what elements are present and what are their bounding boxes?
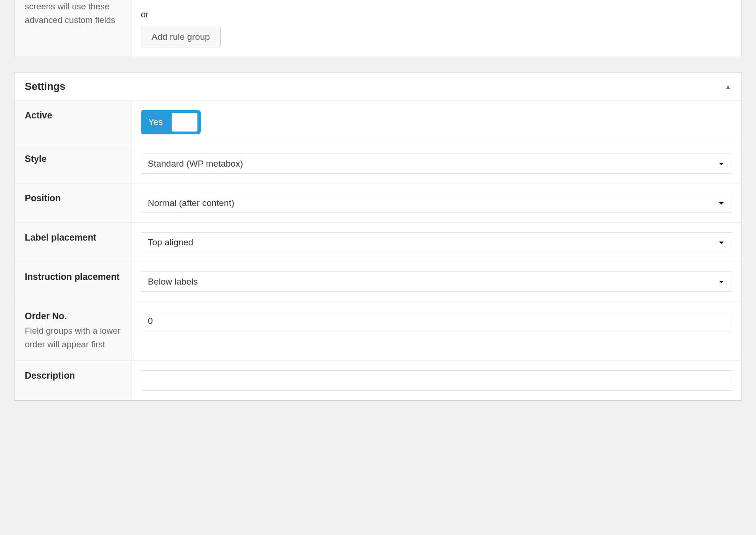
order-no-input[interactable] xyxy=(141,311,732,331)
active-label: Active xyxy=(25,110,122,121)
active-toggle[interactable]: Yes xyxy=(141,110,201,134)
location-panel: screens will use these advanced custom f… xyxy=(14,0,742,57)
settings-row-order-no: Order No. Field groups with a lower orde… xyxy=(15,301,741,361)
description-label-cell: Description xyxy=(15,361,131,400)
instruction-placement-label-cell: Instruction placement xyxy=(15,262,131,301)
active-input-cell: Yes xyxy=(131,101,741,144)
location-input-cell: or Add rule group xyxy=(131,0,741,57)
active-toggle-label: Yes xyxy=(148,117,163,127)
active-label-cell: Active xyxy=(15,101,131,144)
order-no-input-cell xyxy=(131,301,741,360)
style-select[interactable]: Standard (WP metabox) xyxy=(141,154,732,174)
order-no-label-cell: Order No. Field groups with a lower orde… xyxy=(15,301,131,360)
position-label: Position xyxy=(25,193,122,204)
location-label-cell: screens will use these advanced custom f… xyxy=(15,0,131,57)
settings-row-active: Active Yes xyxy=(15,101,741,144)
label-placement-select[interactable]: Top aligned xyxy=(141,232,732,252)
active-toggle-handle xyxy=(172,113,197,132)
settings-row-label-placement: Label placement Top aligned xyxy=(15,223,741,262)
instruction-placement-label: Instruction placement xyxy=(25,271,122,282)
or-separator-text: or xyxy=(141,9,732,20)
order-no-label: Order No. xyxy=(25,311,122,322)
style-input-cell: Standard (WP metabox) xyxy=(131,144,741,183)
settings-row-position: Position Normal (after content) xyxy=(15,183,741,223)
order-no-desc: Field groups with a lower order will app… xyxy=(25,324,122,351)
label-placement-label-cell: Label placement xyxy=(15,223,131,262)
style-label-cell: Style xyxy=(15,144,131,183)
label-placement-label: Label placement xyxy=(25,232,122,243)
position-input-cell: Normal (after content) xyxy=(131,183,741,222)
description-input[interactable] xyxy=(141,370,732,391)
position-select[interactable]: Normal (after content) xyxy=(141,193,732,213)
location-desc-fragment: screens will use these advanced custom f… xyxy=(25,0,122,27)
description-input-cell xyxy=(131,361,741,400)
label-placement-input-cell: Top aligned xyxy=(131,223,741,262)
collapse-toggle-icon[interactable]: ▲ xyxy=(725,83,731,90)
style-label: Style xyxy=(25,154,122,164)
position-label-cell: Position xyxy=(15,183,131,222)
settings-row-instruction-placement: Instruction placement Below labels xyxy=(15,262,741,301)
settings-panel-header: Settings ▲ xyxy=(15,73,741,101)
settings-header-title: Settings xyxy=(25,81,65,93)
instruction-placement-input-cell: Below labels xyxy=(131,262,741,301)
description-label: Description xyxy=(25,370,122,381)
add-rule-group-button[interactable]: Add rule group xyxy=(141,27,221,47)
instruction-placement-select[interactable]: Below labels xyxy=(141,271,732,292)
settings-panel: Settings ▲ Active Yes Style Standard (W xyxy=(14,73,742,401)
settings-row-style: Style Standard (WP metabox) xyxy=(15,144,741,183)
settings-row-description: Description xyxy=(15,361,741,400)
